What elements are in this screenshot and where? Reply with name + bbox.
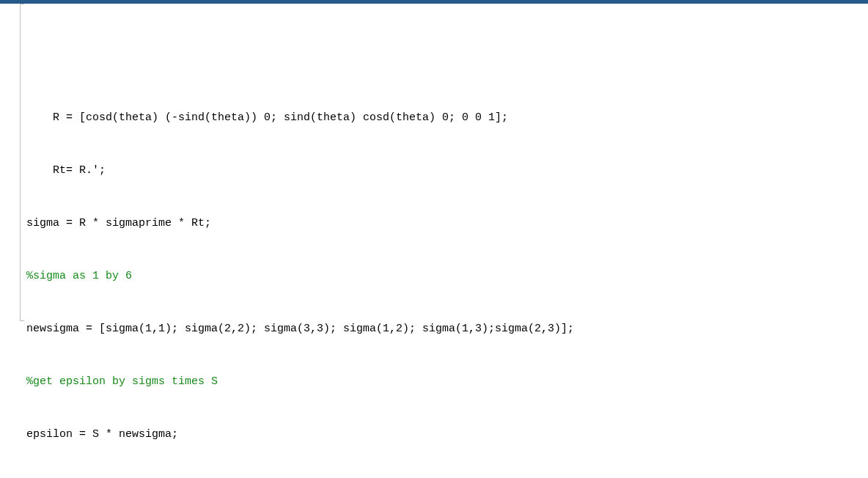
code-comment: %get epsilon by sigms times S <box>26 375 218 388</box>
code-fold-tick-top <box>20 4 24 4</box>
code-line: R = [cosd(theta) (-sind(theta)) 0; sind(… <box>26 111 508 124</box>
code-line: epsilon = S * newsigma; <box>26 428 178 441</box>
code-fold-line <box>20 4 22 320</box>
code-line: Rt= R.'; <box>26 164 106 177</box>
code-line: newsigma = [sigma(1,1); sigma(2,2); sigm… <box>26 323 574 335</box>
code-editor-area[interactable]: R = [cosd(theta) (-sind(theta)) 0; sind(… <box>0 4 868 478</box>
code-comment: %sigma as 1 by 6 <box>26 270 132 282</box>
code-fold-tick-bottom <box>20 320 24 321</box>
code-line: sigma = R * sigmaprime * Rt; <box>26 217 211 229</box>
